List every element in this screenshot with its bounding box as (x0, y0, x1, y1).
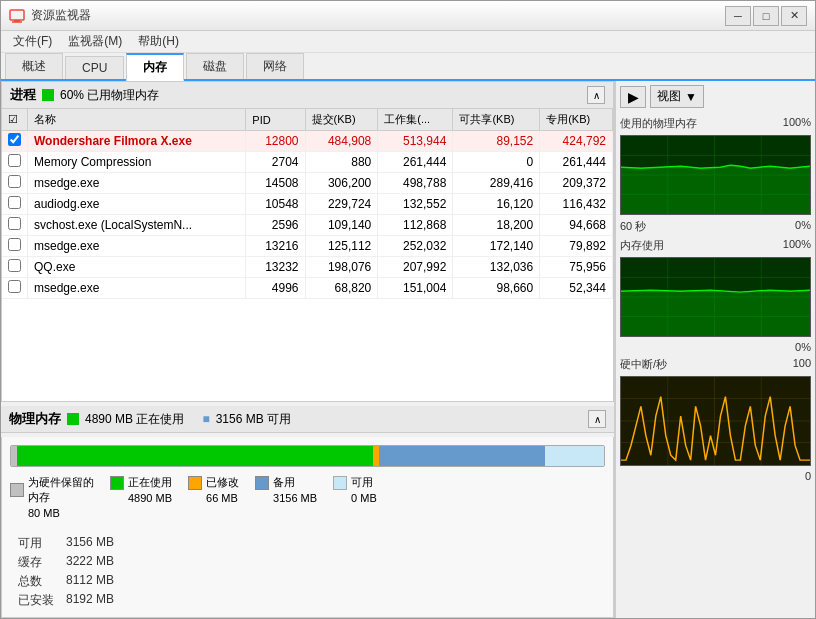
detail-total-label: 总数 (18, 573, 58, 590)
tab-cpu[interactable]: CPU (65, 56, 124, 79)
row-cell: 14508 (246, 173, 305, 194)
table-row[interactable]: msedge.exe499668,820151,00498,66052,344 (2, 278, 613, 299)
row-checkbox[interactable] (2, 131, 28, 152)
legend-available: 可用 0 MB (333, 475, 377, 519)
row-cell: 2704 (246, 152, 305, 173)
legend-available-value: 0 MB (333, 492, 377, 504)
row-cell: 89,152 (453, 131, 540, 152)
legend-standby-box (255, 476, 269, 490)
tab-memory[interactable]: 内存 (126, 53, 184, 81)
minimize-button[interactable]: ─ (725, 6, 751, 26)
chart3-svg (621, 377, 810, 465)
main-content: 进程 60% 已用物理内存 ∧ ☑ 名称 PID 提交(KB) 工作集(. (1, 81, 815, 618)
detail-installed: 已安装 8192 MB (18, 592, 114, 609)
row-checkbox[interactable] (2, 257, 28, 278)
col-name[interactable]: 名称 (28, 109, 246, 131)
close-button[interactable]: ✕ (781, 6, 807, 26)
row-cell: 79,892 (540, 236, 613, 257)
tab-disk[interactable]: 磁盘 (186, 53, 244, 79)
process-collapse-button[interactable]: ∧ (587, 86, 605, 104)
row-name: msedge.exe (28, 278, 246, 299)
memory-available: 3156 MB 可用 (216, 411, 291, 428)
col-checkbox[interactable]: ☑ (2, 109, 28, 131)
row-cell: 13216 (246, 236, 305, 257)
table-header-row: ☑ 名称 PID 提交(KB) 工作集(... 可共享(KB) 专用(KB) (2, 109, 613, 131)
table-row[interactable]: audiodg.exe10548229,724132,55216,120116,… (2, 194, 613, 215)
memory-bar-segment (379, 446, 545, 466)
menu-help[interactable]: 帮助(H) (130, 31, 187, 52)
table-row[interactable]: msedge.exe14508306,200498,788289,416209,… (2, 173, 613, 194)
col-commit[interactable]: 提交(KB) (305, 109, 378, 131)
chart3-area (620, 376, 811, 466)
memory-title-area: 物理内存 4890 MB 正在使用 ■ 3156 MB 可用 (9, 410, 291, 428)
detail-cached: 缓存 3222 MB (18, 554, 114, 571)
col-pid[interactable]: PID (246, 109, 305, 131)
memory-square-indicator: ■ (202, 412, 209, 426)
title-controls: ─ □ ✕ (725, 6, 807, 26)
row-checkbox[interactable] (2, 236, 28, 257)
legend-standby: 备用 3156 MB (255, 475, 317, 519)
legend-modified-label: 已修改 (206, 475, 239, 490)
row-cell: 151,004 (378, 278, 453, 299)
row-cell: 209,372 (540, 173, 613, 194)
col-shared[interactable]: 可共享(KB) (453, 109, 540, 131)
detail-total: 总数 8112 MB (18, 573, 114, 590)
row-checkbox[interactable] (2, 173, 28, 194)
menu-bar: 文件(F) 监视器(M) 帮助(H) (1, 31, 815, 53)
tab-overview[interactable]: 概述 (5, 53, 63, 79)
row-cell: 198,076 (305, 257, 378, 278)
row-checkbox[interactable] (2, 152, 28, 173)
row-cell: 109,140 (305, 215, 378, 236)
row-name: Wondershare Filmora X.exe (28, 131, 246, 152)
view-label: 视图 (657, 88, 681, 105)
row-checkbox[interactable] (2, 278, 28, 299)
legend-modified-value: 66 MB (188, 492, 238, 504)
row-checkbox[interactable] (2, 215, 28, 236)
chart1-min: 0% (795, 219, 811, 234)
view-dropdown[interactable]: 视图 ▼ (650, 85, 704, 108)
menu-file[interactable]: 文件(F) (5, 31, 60, 52)
detail-cached-value: 3222 MB (66, 554, 114, 571)
row-cell: 424,792 (540, 131, 613, 152)
chart1-svg (621, 136, 810, 214)
detail-installed-value: 8192 MB (66, 592, 114, 609)
memory-bar-segment (17, 446, 373, 466)
chart2-area (620, 257, 811, 337)
chart2-title: 内存使用 (620, 238, 664, 253)
play-button[interactable]: ▶ (620, 86, 646, 108)
chart2-label-row: 内存使用 100% (620, 238, 811, 253)
detail-installed-label: 已安装 (18, 592, 58, 609)
legend-modified: 已修改 66 MB (188, 475, 239, 519)
table-row[interactable]: Wondershare Filmora X.exe12800484,908513… (2, 131, 613, 152)
table-row[interactable]: svchost.exe (LocalSystemN...2596109,1401… (2, 215, 613, 236)
row-cell: 261,444 (378, 152, 453, 173)
legend-inuse-box (110, 476, 124, 490)
row-cell: 498,788 (378, 173, 453, 194)
table-row[interactable]: msedge.exe13216125,112252,032172,14079,8… (2, 236, 613, 257)
col-workset[interactable]: 工作集(... (378, 109, 453, 131)
legend-reserved-label: 为硬件保留的内存 (28, 475, 94, 505)
tab-network[interactable]: 网络 (246, 53, 304, 79)
row-cell: 880 (305, 152, 378, 173)
table-row[interactable]: Memory Compression2704880261,4440261,444 (2, 152, 613, 173)
legend-reserved-value: 80 MB (10, 507, 60, 519)
maximize-button[interactable]: □ (753, 6, 779, 26)
row-cell: 4996 (246, 278, 305, 299)
process-status: 60% 已用物理内存 (60, 87, 159, 104)
right-toolbar: ▶ 视图 ▼ (620, 85, 811, 108)
chart1-area (620, 135, 811, 215)
table-row[interactable]: QQ.exe13232198,076207,992132,03675,956 (2, 257, 613, 278)
chart3-label-row: 硬中断/秒 100 (620, 357, 811, 372)
memory-collapse-button[interactable]: ∧ (588, 410, 606, 428)
row-checkbox[interactable] (2, 194, 28, 215)
menu-monitor[interactable]: 监视器(M) (60, 31, 130, 52)
chart3-min: 0 (805, 470, 811, 482)
row-cell: 484,908 (305, 131, 378, 152)
memory-section-header: 物理内存 4890 MB 正在使用 ■ 3156 MB 可用 ∧ (1, 406, 614, 433)
memory-detail-col: 可用 3156 MB 缓存 3222 MB 总数 8112 MB 已安装 (18, 535, 114, 609)
chart3-bottom-row: 0 (620, 470, 811, 482)
row-cell: 94,668 (540, 215, 613, 236)
col-private[interactable]: 专用(KB) (540, 109, 613, 131)
chart3-title: 硬中断/秒 (620, 357, 667, 372)
row-cell: 306,200 (305, 173, 378, 194)
